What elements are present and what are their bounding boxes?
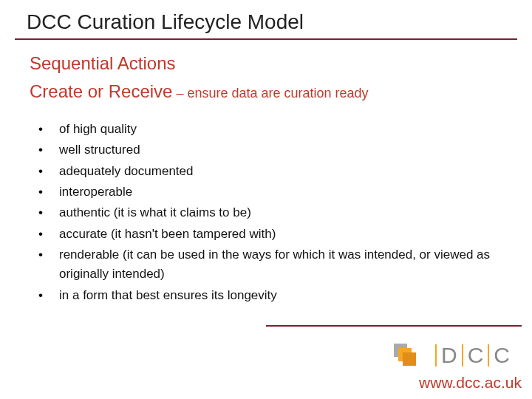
dcc-logo: D C C [394,343,510,368]
content-area: Sequential Actions Create or Receive – e… [0,40,532,305]
slide-title: DCC Curation Lifecycle Model [0,0,532,38]
footer-url: www.dcc.ac.uk [419,374,522,392]
bullet-list: of high quality well structured adequate… [30,120,502,305]
list-item: accurate (it hasn't been tampered with) [34,225,502,244]
subsection-lead: Create or Receive [30,81,172,101]
list-item: adequately documented [34,162,502,181]
logo-squares-icon [394,344,420,367]
section-heading: Sequential Actions [30,53,502,74]
subsection-line: Create or Receive – ensure data are cura… [30,81,502,102]
list-item: well structured [34,140,502,160]
footer-divider [266,325,522,327]
list-item: authentic (it is what it claims to be) [34,203,502,222]
list-item: renderable (it can be used in the ways f… [34,245,502,284]
logo-letter: D [441,343,457,368]
list-item: of high quality [34,120,502,139]
logo-letter: C [494,343,510,368]
subsection-tail: – ensure data are curation ready [172,86,368,100]
list-item: in a form that best ensures its longevit… [34,286,502,305]
logo-letter: C [468,343,484,368]
list-item: interoperable [34,183,502,202]
logo-text: D C C [431,343,510,368]
